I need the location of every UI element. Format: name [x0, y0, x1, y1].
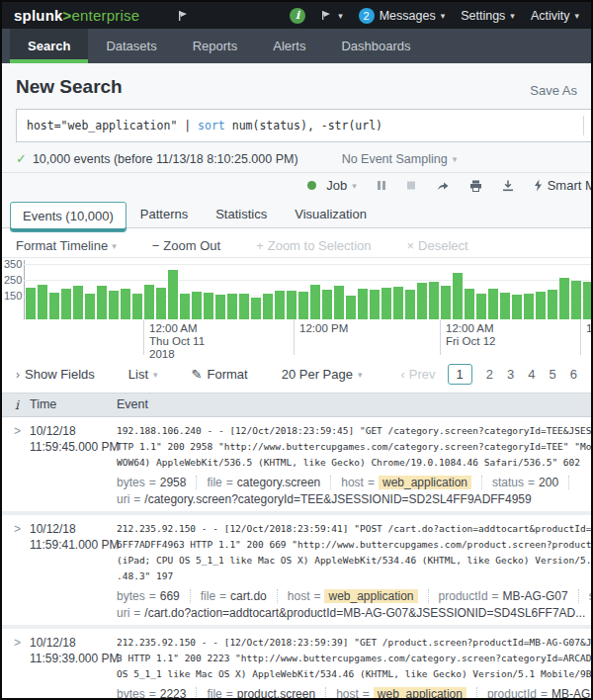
messages-menu[interactable]: 2 Messages ▾	[359, 8, 446, 24]
smart-mode-menu[interactable]: Smart Mode ▾	[534, 178, 593, 193]
timeline-bar[interactable]	[393, 287, 403, 319]
field-value[interactable]: /category.screen?categoryId=TEE&JSESSION…	[144, 492, 531, 506]
save-as-button[interactable]: Save As	[530, 83, 577, 98]
timeline-bar[interactable]	[488, 289, 498, 319]
timeline-bar[interactable]	[192, 292, 202, 319]
nav-item-reports[interactable]: Reports	[175, 29, 256, 63]
timeline-bar[interactable]	[298, 292, 308, 319]
timeline-bar[interactable]	[429, 282, 439, 319]
field-pair[interactable]: host=web_application	[341, 476, 482, 489]
field-pair[interactable]: file=category.screen	[207, 476, 331, 489]
timeline-bar[interactable]	[346, 296, 356, 319]
nav-item-alerts[interactable]: Alerts	[255, 29, 323, 63]
field-pair[interactable]: status=200	[492, 476, 569, 489]
flag-icon[interactable]	[177, 10, 190, 22]
timeline-bar[interactable]	[239, 294, 249, 319]
timeline-bar[interactable]	[322, 290, 332, 319]
timeline-bar[interactable]	[571, 281, 581, 319]
timeline-bar[interactable]	[583, 282, 593, 319]
timeline-bar[interactable]	[263, 294, 273, 319]
tab-patterns[interactable]: Patterns	[127, 201, 202, 227]
page-number-button[interactable]: 3	[507, 367, 514, 382]
timeline-bar[interactable]	[370, 290, 380, 319]
page-number-button[interactable]: 5	[550, 367, 556, 382]
field-pair[interactable]: productId=MB-AG-G07	[487, 687, 591, 700]
timeline-bar[interactable]	[85, 294, 95, 319]
field-value[interactable]: MB-AG-G07	[551, 687, 591, 700]
nav-item-search[interactable]: Search	[10, 29, 88, 63]
field-pair[interactable]: file=cart.do	[201, 589, 278, 603]
settings-menu[interactable]: Settings ▾	[461, 9, 515, 23]
timeline-bar[interactable]	[180, 294, 190, 319]
splunk-logo[interactable]: splunk>enterprise	[14, 7, 139, 24]
timeline-bar[interactable]	[204, 293, 213, 319]
nav-item-dashboards[interactable]: Dashboards	[323, 29, 428, 63]
timeline-bar[interactable]	[132, 294, 142, 319]
timeline-bar[interactable]	[26, 288, 36, 319]
timeline-bar[interactable]	[500, 293, 510, 319]
page-number-button[interactable]: 4	[528, 367, 535, 382]
timeline-bar[interactable]	[381, 288, 391, 319]
field-value[interactable]: product.screen	[237, 687, 315, 700]
format-timeline-dropdown[interactable]: Format Timeline ▾	[16, 238, 117, 253]
page-number-button[interactable]: 1	[448, 364, 472, 385]
export-button[interactable]	[502, 180, 514, 192]
timeline-bar[interactable]	[49, 293, 59, 319]
pause-button[interactable]	[377, 180, 386, 191]
field-value[interactable]: 2223	[160, 687, 187, 700]
per-page-dropdown[interactable]: 20 Per Page ▾	[282, 367, 363, 382]
expand-row-icon[interactable]: >	[2, 423, 30, 506]
field-value[interactable]: 669	[160, 589, 180, 603]
event-sampling-dropdown[interactable]: No Event Sampling ▾	[342, 152, 458, 166]
expand-row-icon[interactable]: >	[2, 635, 30, 700]
expand-row-icon[interactable]: >	[2, 521, 30, 620]
field-value[interactable]: cart.do	[230, 589, 267, 603]
tab-visualization[interactable]: Visualization	[281, 201, 381, 227]
job-menu[interactable]: Job ▾	[307, 178, 357, 193]
deselect-button[interactable]: × Deselect	[407, 238, 468, 253]
timeline-bar[interactable]	[215, 295, 225, 319]
timeline-bar[interactable]	[334, 286, 344, 319]
timeline-bar[interactable]	[476, 294, 486, 319]
timeline-bar[interactable]	[310, 285, 320, 319]
timeline-bar[interactable]	[97, 286, 107, 319]
timeline-bar[interactable]	[512, 295, 522, 319]
show-fields-toggle[interactable]: › Show Fields	[16, 367, 95, 382]
bookmark-flag-icon[interactable]: ▾	[321, 10, 343, 21]
list-view-dropdown[interactable]: List ▾	[128, 367, 158, 382]
timeline-bar[interactable]	[251, 298, 261, 319]
field-value[interactable]: category.screen	[237, 476, 321, 489]
page-number-button[interactable]: 6	[570, 367, 577, 382]
zoom-out-button[interactable]: − Zoom Out	[152, 238, 220, 253]
field-pair[interactable]: host=web_application	[336, 687, 477, 700]
field-pair[interactable]: bytes=2223	[117, 687, 197, 700]
activity-menu[interactable]: Activity ▾	[531, 9, 579, 23]
field-value[interactable]: web_application	[379, 476, 471, 489]
timeline-bar[interactable]	[156, 288, 166, 319]
zoom-to-selection-button[interactable]: + Zoom to Selection	[256, 238, 371, 253]
timeline-bar[interactable]	[287, 291, 296, 319]
timeline-bar[interactable]	[168, 270, 178, 319]
timeline-bar[interactable]	[227, 294, 237, 319]
timeline-bar[interactable]	[121, 289, 130, 319]
search-query-input[interactable]: host="web_application" | sort num(status…	[16, 109, 593, 142]
field-value[interactable]: web_application	[374, 687, 466, 700]
timeline-bar[interactable]	[536, 292, 546, 319]
field-value[interactable]: 200	[539, 476, 558, 489]
nav-item-datasets[interactable]: Datasets	[88, 29, 174, 63]
info-icon[interactable]: i	[290, 8, 305, 24]
field-pair[interactable]: file=product.screen	[207, 687, 326, 700]
page-number-button[interactable]: 2	[486, 367, 493, 382]
timeline-bar[interactable]	[441, 286, 451, 319]
field-value[interactable]: MB-AG-G07	[503, 589, 568, 603]
field-pair[interactable]: status=200	[589, 589, 591, 603]
timeline-bar[interactable]	[524, 294, 534, 319]
field-value[interactable]: /cart.do?action=addtocart&productId=MB-A…	[144, 606, 585, 620]
timeline-bar[interactable]	[405, 290, 415, 319]
timeline-bar[interactable]	[358, 289, 368, 319]
timeline-bar[interactable]	[73, 286, 83, 319]
timeline-bar[interactable]	[144, 285, 154, 319]
prev-page-button[interactable]: ‹ Prev	[401, 367, 436, 382]
timeline-bar[interactable]	[61, 289, 71, 319]
timeline-bar[interactable]	[548, 290, 557, 319]
